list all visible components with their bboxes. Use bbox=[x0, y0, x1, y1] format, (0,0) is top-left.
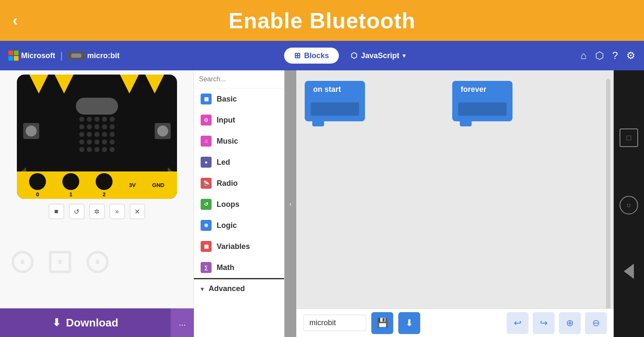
button-b[interactable] bbox=[155, 123, 171, 139]
main-content: 0 1 2 3V GND bbox=[0, 70, 644, 337]
blocks-icon: ⊞ bbox=[294, 51, 301, 60]
on-start-label: on start bbox=[313, 85, 341, 94]
notch-right bbox=[145, 75, 164, 94]
toolbox-panel: 🔍 ▦ Basic ⊙ Input ♫ Music ● Led bbox=[194, 70, 284, 337]
microsoft-logo: Microsoft bbox=[8, 51, 55, 61]
device-inner: 0 1 2 3V GND bbox=[17, 75, 177, 199]
math-icon: ∑ bbox=[201, 262, 212, 273]
nav-logo: Microsoft | micro:bit bbox=[8, 50, 120, 61]
right-section: 🔍 ▦ Basic ⊙ Input ♫ Music ● Led bbox=[194, 70, 644, 337]
category-loops[interactable]: ↺ Loops bbox=[194, 194, 284, 215]
download-bar: ⬇ Download ... bbox=[0, 308, 194, 337]
download-more-button[interactable]: ... bbox=[171, 308, 194, 337]
radio-icon: 📡 bbox=[201, 178, 212, 189]
simulator-controls: ■ ↺ ✲ » ✕ bbox=[49, 204, 145, 219]
download-button[interactable]: ⬇ Download bbox=[0, 308, 171, 337]
pin-1-label: 1 bbox=[69, 191, 72, 198]
bottom-strip: 0 1 2 3V GND bbox=[17, 171, 177, 199]
button-a[interactable] bbox=[23, 123, 39, 139]
save-icon: 💾 bbox=[377, 318, 388, 329]
simulator-panel: 0 1 2 3V GND bbox=[0, 70, 194, 337]
help-icon[interactable]: ? bbox=[612, 50, 618, 62]
on-start-slot bbox=[311, 102, 359, 116]
pin-2-label: 2 bbox=[102, 191, 105, 198]
save-button[interactable]: 💾 bbox=[371, 312, 393, 334]
category-basic[interactable]: ▦ Basic bbox=[194, 88, 284, 110]
settings-icon[interactable]: ⚙ bbox=[626, 50, 636, 62]
pin-gnd: GND bbox=[152, 182, 164, 188]
category-advanced[interactable]: ▾ Advanced bbox=[194, 278, 284, 298]
home-icon[interactable]: ⌂ bbox=[580, 50, 587, 62]
undo-icon: ↩ bbox=[514, 318, 521, 329]
android-nav-bar: □ ○ bbox=[614, 70, 644, 337]
pin-0-hole bbox=[29, 173, 46, 190]
more-icon: ... bbox=[179, 318, 186, 328]
android-circle-button[interactable]: ○ bbox=[620, 196, 638, 214]
zoom-in-icon: ⊕ bbox=[566, 318, 574, 329]
workspace-vertical-scrollbar[interactable] bbox=[606, 79, 610, 327]
restart-button[interactable]: ↺ bbox=[69, 204, 84, 219]
microsoft-label: Microsoft bbox=[21, 51, 55, 60]
workspace-right-actions: ↩ ↪ ⊕ ⊖ bbox=[507, 312, 607, 334]
workspace[interactable]: on start forever bbox=[296, 70, 614, 337]
android-back-button[interactable] bbox=[624, 264, 634, 279]
share-icon[interactable]: ⬡ bbox=[595, 50, 604, 62]
on-start-block[interactable]: on start bbox=[305, 81, 365, 126]
nav-separator: | bbox=[60, 50, 63, 61]
microbit-logo: micro:bit bbox=[68, 51, 120, 60]
zoom-out-icon: ⊖ bbox=[592, 318, 600, 329]
search-box: 🔍 bbox=[194, 70, 284, 88]
category-led[interactable]: ● Led bbox=[194, 152, 284, 173]
loops-label: Loops bbox=[217, 200, 239, 209]
android-square-button[interactable]: □ bbox=[620, 128, 638, 147]
search-input[interactable] bbox=[199, 75, 283, 83]
download-label: Download bbox=[66, 316, 118, 329]
fast-forward-button[interactable]: » bbox=[110, 204, 125, 219]
pin-2-hole bbox=[96, 173, 113, 190]
close-simulator-button[interactable]: ✕ bbox=[130, 204, 145, 219]
back-button[interactable]: ‹ bbox=[13, 12, 18, 29]
category-input[interactable]: ⊙ Input bbox=[194, 110, 284, 131]
category-variables[interactable]: ▦ Variables bbox=[194, 236, 284, 257]
led-icon: ● bbox=[201, 157, 212, 168]
collapse-toggle[interactable]: ‹ bbox=[284, 70, 296, 337]
forever-bottom-notch bbox=[460, 121, 472, 126]
on-start-bottom-notch bbox=[312, 121, 324, 126]
forever-block[interactable]: forever bbox=[452, 81, 513, 126]
button-a-inner bbox=[26, 126, 37, 136]
device-oval-button[interactable] bbox=[76, 98, 118, 115]
page-title: Enable Bluetooth bbox=[228, 8, 416, 33]
category-radio[interactable]: 📡 Radio bbox=[194, 173, 284, 194]
pin-gnd-label: GND bbox=[152, 182, 164, 188]
music-label: Music bbox=[217, 137, 238, 146]
nav-icons: ⌂ ⬡ ? ⚙ bbox=[580, 50, 636, 62]
category-math[interactable]: ∑ Math bbox=[194, 257, 284, 278]
notch-left bbox=[30, 75, 48, 94]
download-workspace-button[interactable]: ⬇ bbox=[398, 312, 420, 334]
category-music[interactable]: ♫ Music bbox=[194, 131, 284, 152]
input-icon: ⊙ bbox=[201, 115, 212, 126]
microsoft-grid-icon bbox=[8, 51, 19, 61]
workspace-bottom-bar: 💾 ⬇ ↩ ↪ ⊕ ⊖ bbox=[296, 308, 614, 337]
zoom-in-button[interactable]: ⊕ bbox=[559, 312, 581, 334]
blocks-tab-label: Blocks bbox=[304, 51, 329, 60]
project-name-input[interactable] bbox=[303, 315, 366, 331]
basic-label: Basic bbox=[217, 95, 237, 104]
microbit-label: micro:bit bbox=[87, 51, 120, 60]
pin-1[interactable]: 1 bbox=[62, 173, 79, 198]
slow-button[interactable]: ✲ bbox=[89, 204, 105, 219]
category-logic[interactable]: ⊗ Logic bbox=[194, 215, 284, 236]
pin-0[interactable]: 0 bbox=[29, 173, 46, 198]
microbit-icon bbox=[68, 51, 85, 60]
microbit-device: 0 1 2 3V GND bbox=[17, 75, 177, 199]
download-icon: ⬇ bbox=[405, 318, 413, 329]
undo-button[interactable]: ↩ bbox=[507, 312, 529, 334]
advanced-label: Advanced bbox=[209, 284, 245, 293]
redo-button[interactable]: ↪ bbox=[533, 312, 555, 334]
tab-blocks[interactable]: ⊞ Blocks bbox=[284, 48, 339, 64]
pin-2[interactable]: 2 bbox=[96, 173, 113, 198]
stop-button[interactable]: ■ bbox=[49, 204, 64, 219]
radio-label: Radio bbox=[217, 179, 238, 188]
tab-javascript[interactable]: ⬡ JavaScript ▾ bbox=[341, 48, 416, 64]
zoom-out-button[interactable]: ⊖ bbox=[585, 312, 607, 334]
